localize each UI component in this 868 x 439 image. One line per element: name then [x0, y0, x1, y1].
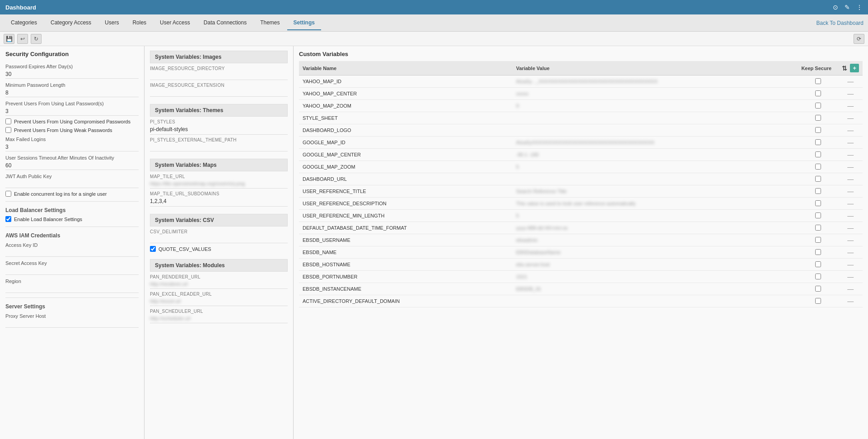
keep-secure-checkbox[interactable]: [815, 286, 821, 292]
variable-value-cell[interactable]: Search Reference Title: [513, 185, 798, 198]
tab-user-access[interactable]: User Access: [154, 16, 196, 30]
variable-value-cell[interactable]: This value is used to look user referenc…: [513, 198, 798, 210]
keep-secure-checkbox[interactable]: [815, 212, 821, 218]
variable-value-cell[interactable]: EBSDB_01: [513, 283, 798, 295]
keep-secure-checkbox[interactable]: [815, 176, 821, 182]
keep-secure-checkbox[interactable]: [815, 103, 821, 109]
keep-secure-checkbox[interactable]: [815, 139, 821, 145]
info-icon[interactable]: ⊙: [833, 4, 838, 11]
secret-access-key-value[interactable]: [5, 267, 139, 275]
keep-secure-checkbox[interactable]: [815, 90, 821, 96]
variable-value-cell[interactable]: 5: [513, 210, 798, 222]
row-action-cell[interactable]: —: [838, 283, 863, 295]
password-expires-value[interactable]: 30: [5, 70, 139, 79]
tab-data-connections[interactable]: Data Connections: [197, 16, 253, 30]
variable-value-cell[interactable]: 5: [513, 161, 798, 173]
quote-csv-checkbox[interactable]: [150, 246, 156, 252]
weak-passwords-checkbox[interactable]: [5, 127, 11, 133]
region-value[interactable]: [5, 285, 139, 293]
row-action-cell[interactable]: —: [838, 76, 863, 88]
pi-styles-value[interactable]: pi-default-styles: [150, 125, 288, 135]
variable-value-cell[interactable]: AIzaSyXXXXXXXXXXXXXXXXXXXXXXXXXXXXXXXXXX…: [513, 137, 798, 149]
back-to-dashboard-link[interactable]: Back To Dashboard: [816, 20, 863, 26]
variable-value-cell[interactable]: [513, 173, 798, 185]
remove-row-button[interactable]: —: [847, 102, 854, 109]
redo-button[interactable]: ↻: [31, 34, 42, 44]
session-timeout-value[interactable]: 60: [5, 161, 139, 170]
variable-value-cell[interactable]: EBSDatabaseName: [513, 246, 798, 259]
remove-row-button[interactable]: —: [847, 285, 854, 293]
variable-value-cell[interactable]: [513, 124, 798, 137]
undo-button[interactable]: ↩: [17, 34, 28, 44]
variable-value-cell[interactable]: 9: [513, 100, 798, 112]
remove-row-button[interactable]: —: [847, 139, 854, 146]
concurrent-logins-checkbox[interactable]: [5, 191, 11, 197]
remove-row-button[interactable]: —: [847, 78, 854, 85]
map-tile-subdomains-value[interactable]: 1,2,3,4: [150, 197, 288, 207]
sort-icon[interactable]: ⇅: [842, 65, 847, 72]
row-action-cell[interactable]: —: [838, 210, 863, 222]
row-action-cell[interactable]: —: [838, 88, 863, 100]
keep-secure-checkbox[interactable]: [815, 151, 821, 157]
variable-value-cell[interactable]: 1521: [513, 271, 798, 283]
row-action-cell[interactable]: —: [838, 246, 863, 259]
settings-icon[interactable]: ✎: [845, 4, 850, 11]
variable-value-cell[interactable]: -90.1 -180: [513, 149, 798, 161]
variable-value-cell[interactable]: AIzaSy..._XXXXXXXXXXXXXXXXXXXXXXXXXXXXXX…: [513, 76, 798, 88]
remove-row-button[interactable]: —: [847, 151, 854, 158]
min-password-length-value[interactable]: 8: [5, 89, 139, 97]
keep-secure-checkbox[interactable]: [815, 237, 821, 243]
remove-row-button[interactable]: —: [847, 127, 854, 134]
keep-secure-checkbox[interactable]: [815, 127, 821, 133]
remove-row-button[interactable]: —: [847, 114, 854, 122]
row-action-cell[interactable]: —: [838, 271, 863, 283]
row-action-cell[interactable]: —: [838, 100, 863, 112]
variable-value-cell[interactable]: xxxxx: [513, 88, 798, 100]
keep-secure-checkbox[interactable]: [815, 261, 821, 267]
row-action-cell[interactable]: —: [838, 124, 863, 137]
pan-renderer-value[interactable]: http://renderer.url: [150, 280, 288, 289]
tab-categories[interactable]: Categories: [5, 16, 43, 30]
keep-secure-checkbox[interactable]: [815, 78, 821, 84]
tab-users[interactable]: Users: [98, 16, 125, 30]
variable-value-cell[interactable]: ebsadmin: [513, 234, 798, 246]
load-balancer-checkbox[interactable]: [5, 216, 11, 222]
remove-row-button[interactable]: —: [847, 224, 854, 231]
keep-secure-checkbox[interactable]: [815, 164, 821, 170]
keep-secure-checkbox[interactable]: [815, 274, 821, 279]
remove-row-button[interactable]: —: [847, 163, 854, 170]
row-action-cell[interactable]: —: [838, 149, 863, 161]
row-action-cell[interactable]: —: [838, 112, 863, 124]
tab-category-access[interactable]: Category Access: [44, 16, 98, 30]
save-button[interactable]: 💾: [4, 34, 14, 44]
csv-delimiter-value[interactable]: [150, 235, 288, 243]
keep-secure-checkbox[interactable]: [815, 249, 821, 255]
row-action-cell[interactable]: —: [838, 185, 863, 198]
refresh-button[interactable]: ⟳: [854, 34, 864, 44]
keep-secure-checkbox[interactable]: [815, 188, 821, 194]
remove-row-button[interactable]: —: [847, 236, 854, 244]
remove-row-button[interactable]: —: [847, 261, 854, 268]
row-action-cell[interactable]: —: [838, 198, 863, 210]
prevent-last-passwords-value[interactable]: 3: [5, 107, 139, 116]
variable-value-cell[interactable]: ebs.server.host: [513, 259, 798, 271]
row-action-cell[interactable]: —: [838, 295, 863, 307]
compromised-passwords-checkbox[interactable]: [5, 118, 11, 124]
tab-settings[interactable]: Settings: [287, 16, 321, 30]
row-action-cell[interactable]: —: [838, 161, 863, 173]
keep-secure-checkbox[interactable]: [815, 225, 821, 231]
image-resource-ext-value[interactable]: [150, 89, 288, 97]
map-tile-url-value[interactable]: https://tile.openstreetmap.org/zoom/x/y.…: [150, 180, 288, 189]
row-action-cell[interactable]: —: [838, 137, 863, 149]
remove-row-button[interactable]: —: [847, 90, 854, 97]
more-icon[interactable]: ⋮: [856, 4, 863, 11]
row-action-cell[interactable]: —: [838, 173, 863, 185]
tab-themes[interactable]: Themes: [254, 16, 286, 30]
keep-secure-checkbox[interactable]: [815, 115, 821, 121]
variable-value-cell[interactable]: [513, 295, 798, 307]
variable-value-cell[interactable]: [513, 112, 798, 124]
add-variable-button[interactable]: +: [850, 64, 859, 72]
remove-row-button[interactable]: —: [847, 188, 854, 195]
remove-row-button[interactable]: —: [847, 175, 854, 183]
variable-value-cell[interactable]: yyyy-MM-dd HH:mm:ss: [513, 222, 798, 234]
